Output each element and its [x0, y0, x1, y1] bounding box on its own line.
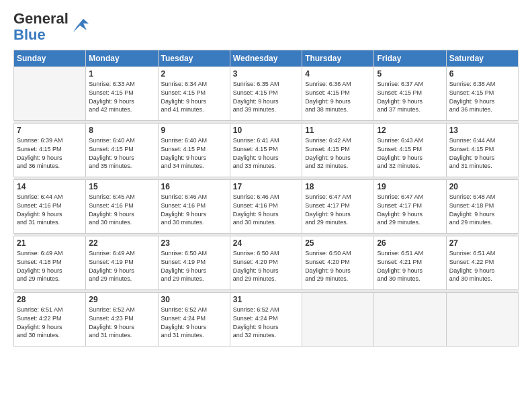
calendar-day-cell: 25Sunrise: 6:50 AM Sunset: 4:20 PM Dayli… — [302, 236, 374, 290]
day-info: Sunrise: 6:49 AM Sunset: 4:19 PM Dayligh… — [89, 249, 154, 283]
day-info: Sunrise: 6:39 AM Sunset: 4:15 PM Dayligh… — [17, 136, 83, 170]
day-number: 30 — [161, 295, 227, 304]
page-header: General Blue — [13, 11, 519, 43]
day-info: Sunrise: 6:40 AM Sunset: 4:15 PM Dayligh… — [89, 136, 154, 170]
calendar-day-cell: 5Sunrise: 6:37 AM Sunset: 4:15 PM Daylig… — [374, 67, 446, 121]
day-number: 20 — [449, 182, 515, 191]
day-number: 8 — [89, 126, 154, 135]
day-number: 17 — [233, 182, 299, 191]
calendar-day-cell: 28Sunrise: 6:51 AM Sunset: 4:22 PM Dayli… — [14, 293, 86, 347]
calendar-day-cell: 18Sunrise: 6:47 AM Sunset: 4:17 PM Dayli… — [302, 180, 374, 234]
calendar-day-cell: 10Sunrise: 6:41 AM Sunset: 4:15 PM Dayli… — [230, 124, 302, 177]
day-number: 26 — [377, 238, 443, 248]
calendar-day-cell: 6Sunrise: 6:38 AM Sunset: 4:15 PM Daylig… — [446, 67, 518, 121]
day-number: 5 — [377, 69, 443, 79]
calendar-week-row: 1Sunrise: 6:33 AM Sunset: 4:15 PM Daylig… — [14, 67, 519, 121]
calendar-day-cell — [374, 293, 446, 347]
calendar-week-row: 14Sunrise: 6:44 AM Sunset: 4:16 PM Dayli… — [14, 180, 519, 234]
calendar-day-cell: 22Sunrise: 6:49 AM Sunset: 4:19 PM Dayli… — [86, 236, 158, 290]
calendar-week-row: 21Sunrise: 6:49 AM Sunset: 4:18 PM Dayli… — [14, 236, 519, 290]
day-number: 29 — [89, 295, 154, 304]
day-info: Sunrise: 6:52 AM Sunset: 4:24 PM Dayligh… — [161, 306, 227, 339]
calendar-day-cell: 30Sunrise: 6:52 AM Sunset: 4:24 PM Dayli… — [158, 293, 230, 347]
calendar-day-cell: 26Sunrise: 6:51 AM Sunset: 4:21 PM Dayli… — [374, 236, 446, 290]
calendar-day-cell: 16Sunrise: 6:46 AM Sunset: 4:16 PM Dayli… — [158, 180, 230, 234]
day-number: 10 — [233, 126, 299, 135]
day-info: Sunrise: 6:33 AM Sunset: 4:15 PM Dayligh… — [89, 80, 154, 113]
day-number: 4 — [305, 69, 371, 79]
day-number: 11 — [305, 126, 371, 135]
calendar-day-header: Wednesday — [230, 50, 302, 67]
calendar-day-cell: 8Sunrise: 6:40 AM Sunset: 4:15 PM Daylig… — [86, 124, 158, 177]
calendar-day-cell: 2Sunrise: 6:34 AM Sunset: 4:15 PM Daylig… — [158, 67, 230, 121]
calendar-week-row: 28Sunrise: 6:51 AM Sunset: 4:22 PM Dayli… — [14, 293, 519, 347]
calendar-day-cell: 17Sunrise: 6:46 AM Sunset: 4:16 PM Dayli… — [230, 180, 302, 234]
calendar-day-cell — [446, 293, 518, 347]
calendar-day-cell: 11Sunrise: 6:42 AM Sunset: 4:15 PM Dayli… — [302, 124, 374, 177]
page-container: General Blue SundayMondayTuesdayWednesda… — [0, 0, 532, 411]
day-info: Sunrise: 6:36 AM Sunset: 4:15 PM Dayligh… — [305, 80, 371, 113]
day-info: Sunrise: 6:50 AM Sunset: 4:19 PM Dayligh… — [161, 249, 227, 283]
calendar-day-header: Tuesday — [158, 50, 230, 67]
day-info: Sunrise: 6:51 AM Sunset: 4:22 PM Dayligh… — [449, 249, 515, 283]
day-number: 25 — [305, 238, 371, 248]
day-info: Sunrise: 6:50 AM Sunset: 4:20 PM Dayligh… — [305, 249, 371, 283]
calendar-day-cell: 7Sunrise: 6:39 AM Sunset: 4:15 PM Daylig… — [14, 124, 86, 177]
calendar-day-cell — [14, 67, 86, 121]
calendar-day-cell: 23Sunrise: 6:50 AM Sunset: 4:19 PM Dayli… — [158, 236, 230, 290]
calendar-day-cell: 15Sunrise: 6:45 AM Sunset: 4:16 PM Dayli… — [86, 180, 158, 234]
day-info: Sunrise: 6:44 AM Sunset: 4:16 PM Dayligh… — [17, 193, 83, 226]
calendar-day-header: Friday — [374, 50, 446, 67]
day-number: 6 — [449, 69, 515, 79]
calendar-day-cell — [302, 293, 374, 347]
calendar-day-cell: 24Sunrise: 6:50 AM Sunset: 4:20 PM Dayli… — [230, 236, 302, 290]
day-info: Sunrise: 6:35 AM Sunset: 4:15 PM Dayligh… — [233, 80, 299, 113]
calendar-day-header: Monday — [86, 50, 158, 67]
day-info: Sunrise: 6:34 AM Sunset: 4:15 PM Dayligh… — [161, 80, 227, 113]
calendar-day-header: Sunday — [14, 50, 86, 67]
day-number: 12 — [377, 126, 443, 135]
day-info: Sunrise: 6:41 AM Sunset: 4:15 PM Dayligh… — [233, 136, 299, 170]
calendar-day-cell: 3Sunrise: 6:35 AM Sunset: 4:15 PM Daylig… — [230, 67, 302, 121]
day-info: Sunrise: 6:52 AM Sunset: 4:24 PM Dayligh… — [233, 306, 299, 339]
logo: General Blue — [13, 11, 90, 43]
day-number: 22 — [89, 238, 154, 248]
logo-text: General Blue — [13, 11, 69, 43]
calendar-day-cell: 12Sunrise: 6:43 AM Sunset: 4:15 PM Dayli… — [374, 124, 446, 177]
day-number: 31 — [233, 295, 299, 304]
calendar-day-cell: 13Sunrise: 6:44 AM Sunset: 4:15 PM Dayli… — [446, 124, 518, 177]
logo-icon — [70, 13, 90, 34]
day-number: 24 — [233, 238, 299, 248]
calendar-day-cell: 14Sunrise: 6:44 AM Sunset: 4:16 PM Dayli… — [14, 180, 86, 234]
day-number: 1 — [89, 69, 154, 79]
calendar-header-row: SundayMondayTuesdayWednesdayThursdayFrid… — [14, 50, 519, 67]
day-info: Sunrise: 6:38 AM Sunset: 4:15 PM Dayligh… — [449, 80, 515, 113]
calendar-day-cell: 21Sunrise: 6:49 AM Sunset: 4:18 PM Dayli… — [14, 236, 86, 290]
calendar-day-cell: 1Sunrise: 6:33 AM Sunset: 4:15 PM Daylig… — [86, 67, 158, 121]
day-info: Sunrise: 6:49 AM Sunset: 4:18 PM Dayligh… — [17, 249, 83, 283]
calendar-day-cell: 31Sunrise: 6:52 AM Sunset: 4:24 PM Dayli… — [230, 293, 302, 347]
day-number: 16 — [161, 182, 227, 191]
calendar-day-cell: 20Sunrise: 6:48 AM Sunset: 4:18 PM Dayli… — [446, 180, 518, 234]
calendar-day-cell: 9Sunrise: 6:40 AM Sunset: 4:15 PM Daylig… — [158, 124, 230, 177]
day-info: Sunrise: 6:37 AM Sunset: 4:15 PM Dayligh… — [377, 80, 443, 113]
day-number: 15 — [89, 182, 154, 191]
calendar-day-cell: 27Sunrise: 6:51 AM Sunset: 4:22 PM Dayli… — [446, 236, 518, 290]
day-info: Sunrise: 6:47 AM Sunset: 4:17 PM Dayligh… — [305, 193, 371, 226]
day-number: 14 — [17, 182, 83, 191]
day-number: 27 — [449, 238, 515, 248]
day-info: Sunrise: 6:46 AM Sunset: 4:16 PM Dayligh… — [233, 193, 299, 226]
day-info: Sunrise: 6:43 AM Sunset: 4:15 PM Dayligh… — [377, 136, 443, 170]
logo-general: General — [13, 10, 69, 27]
day-info: Sunrise: 6:51 AM Sunset: 4:21 PM Dayligh… — [377, 249, 443, 283]
day-info: Sunrise: 6:47 AM Sunset: 4:17 PM Dayligh… — [377, 193, 443, 226]
day-number: 2 — [161, 69, 227, 79]
day-number: 19 — [377, 182, 443, 191]
calendar-day-cell: 4Sunrise: 6:36 AM Sunset: 4:15 PM Daylig… — [302, 67, 374, 121]
day-number: 21 — [17, 238, 83, 248]
day-info: Sunrise: 6:48 AM Sunset: 4:18 PM Dayligh… — [449, 193, 515, 226]
calendar-day-cell: 19Sunrise: 6:47 AM Sunset: 4:17 PM Dayli… — [374, 180, 446, 234]
day-info: Sunrise: 6:52 AM Sunset: 4:23 PM Dayligh… — [89, 306, 154, 339]
day-number: 23 — [161, 238, 227, 248]
day-number: 13 — [449, 126, 515, 135]
